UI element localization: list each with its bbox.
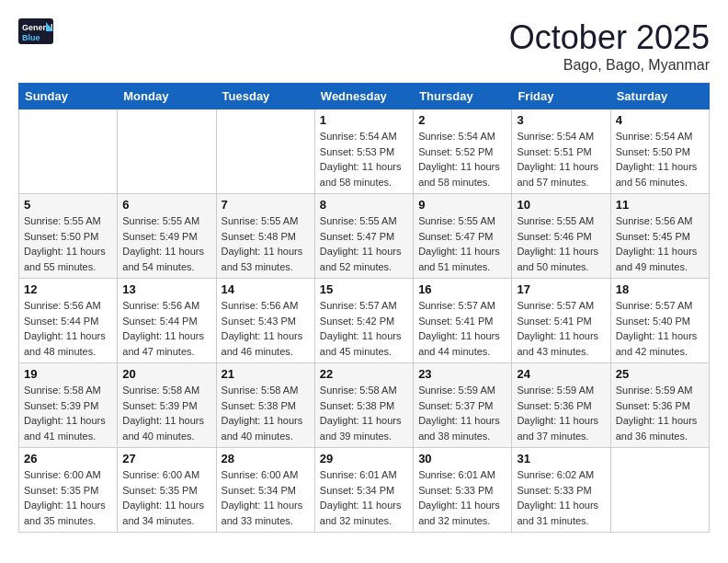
day-info: Sunrise: 5:55 AM Sunset: 5:48 PM Dayligh… <box>222 213 310 274</box>
calendar-cell: 2Sunrise: 5:54 AM Sunset: 5:52 PM Daylig… <box>414 109 512 194</box>
day-number: 23 <box>418 367 506 381</box>
calendar-week-2: 12Sunrise: 5:56 AM Sunset: 5:44 PM Dayli… <box>19 279 710 363</box>
header-wednesday: Wednesday <box>314 84 413 109</box>
day-number: 5 <box>24 198 112 212</box>
day-number: 19 <box>24 367 112 381</box>
day-info: Sunrise: 6:00 AM Sunset: 5:35 PM Dayligh… <box>24 467 112 528</box>
day-number: 24 <box>517 367 605 381</box>
day-info: Sunrise: 5:58 AM Sunset: 5:39 PM Dayligh… <box>122 383 210 443</box>
calendar-cell: 9Sunrise: 5:55 AM Sunset: 5:47 PM Daylig… <box>414 194 512 279</box>
calendar-cell: 1Sunrise: 5:54 AM Sunset: 5:53 PM Daylig… <box>314 109 413 194</box>
logo-icon: General Blue <box>18 18 55 46</box>
day-number: 29 <box>320 452 408 465</box>
calendar-cell: 7Sunrise: 5:55 AM Sunset: 5:48 PM Daylig… <box>216 194 314 279</box>
day-info: Sunrise: 5:57 AM Sunset: 5:41 PM Dayligh… <box>418 298 506 359</box>
calendar-cell: 3Sunrise: 5:54 AM Sunset: 5:51 PM Daylig… <box>512 109 610 194</box>
day-info: Sunrise: 5:54 AM Sunset: 5:52 PM Dayligh… <box>418 129 506 190</box>
day-number: 10 <box>517 198 605 212</box>
day-number: 26 <box>24 452 112 465</box>
day-number: 4 <box>616 113 704 127</box>
day-info: Sunrise: 6:00 AM Sunset: 5:35 PM Dayligh… <box>122 467 210 528</box>
day-number: 13 <box>122 282 210 296</box>
calendar-table: SundayMondayTuesdayWednesdayThursdayFrid… <box>18 83 710 533</box>
calendar-cell: 11Sunrise: 5:56 AM Sunset: 5:45 PM Dayli… <box>610 194 709 279</box>
day-info: Sunrise: 5:58 AM Sunset: 5:38 PM Dayligh… <box>320 383 408 443</box>
day-number: 31 <box>517 452 605 465</box>
day-info: Sunrise: 5:55 AM Sunset: 5:47 PM Dayligh… <box>418 213 506 274</box>
day-info: Sunrise: 5:59 AM Sunset: 5:36 PM Dayligh… <box>616 383 704 443</box>
calendar-cell: 20Sunrise: 5:58 AM Sunset: 5:39 PM Dayli… <box>118 363 216 448</box>
title-block: October 2025 Bago, Bago, Myanmar <box>509 18 710 74</box>
day-number: 6 <box>122 198 210 212</box>
day-info: Sunrise: 5:57 AM Sunset: 5:40 PM Dayligh… <box>616 298 704 359</box>
day-info: Sunrise: 5:59 AM Sunset: 5:37 PM Dayligh… <box>418 383 506 443</box>
svg-text:Blue: Blue <box>22 33 40 42</box>
day-number: 1 <box>320 113 408 127</box>
day-info: Sunrise: 5:56 AM Sunset: 5:43 PM Dayligh… <box>222 298 310 359</box>
day-number: 3 <box>517 113 605 127</box>
page-header: General Blue October 2025 Bago, Bago, My… <box>18 18 710 74</box>
calendar-cell: 4Sunrise: 5:54 AM Sunset: 5:50 PM Daylig… <box>610 109 709 194</box>
day-info: Sunrise: 5:54 AM Sunset: 5:51 PM Dayligh… <box>517 129 605 190</box>
calendar-cell: 12Sunrise: 5:56 AM Sunset: 5:44 PM Dayli… <box>19 279 118 363</box>
day-info: Sunrise: 5:55 AM Sunset: 5:50 PM Dayligh… <box>24 213 112 274</box>
day-number: 28 <box>222 452 310 465</box>
day-number: 8 <box>320 198 408 212</box>
calendar-cell: 27Sunrise: 6:00 AM Sunset: 5:35 PM Dayli… <box>118 448 216 533</box>
calendar-week-0: 1Sunrise: 5:54 AM Sunset: 5:53 PM Daylig… <box>19 109 710 194</box>
calendar-cell: 26Sunrise: 6:00 AM Sunset: 5:35 PM Dayli… <box>19 448 118 533</box>
header-tuesday: Tuesday <box>216 84 314 109</box>
calendar-cell: 14Sunrise: 5:56 AM Sunset: 5:43 PM Dayli… <box>216 279 314 363</box>
calendar-cell: 10Sunrise: 5:55 AM Sunset: 5:46 PM Dayli… <box>512 194 610 279</box>
calendar-cell: 19Sunrise: 5:58 AM Sunset: 5:39 PM Dayli… <box>19 363 118 448</box>
day-info: Sunrise: 6:01 AM Sunset: 5:34 PM Dayligh… <box>320 467 408 528</box>
calendar-cell: 15Sunrise: 5:57 AM Sunset: 5:42 PM Dayli… <box>314 279 413 363</box>
day-number: 18 <box>616 282 704 296</box>
day-number: 27 <box>122 452 210 465</box>
day-info: Sunrise: 6:01 AM Sunset: 5:33 PM Dayligh… <box>418 467 506 528</box>
calendar-cell: 8Sunrise: 5:55 AM Sunset: 5:47 PM Daylig… <box>314 194 413 279</box>
day-number: 9 <box>418 198 506 212</box>
calendar-header-row: SundayMondayTuesdayWednesdayThursdayFrid… <box>19 84 710 109</box>
calendar-cell: 31Sunrise: 6:02 AM Sunset: 5:33 PM Dayli… <box>512 448 610 533</box>
calendar-cell: 30Sunrise: 6:01 AM Sunset: 5:33 PM Dayli… <box>414 448 512 533</box>
calendar-cell: 6Sunrise: 5:55 AM Sunset: 5:49 PM Daylig… <box>118 194 216 279</box>
calendar-cell <box>19 109 118 194</box>
day-number: 22 <box>320 367 408 381</box>
calendar-cell: 13Sunrise: 5:56 AM Sunset: 5:44 PM Dayli… <box>118 279 216 363</box>
calendar-cell: 18Sunrise: 5:57 AM Sunset: 5:40 PM Dayli… <box>610 279 709 363</box>
calendar-cell: 22Sunrise: 5:58 AM Sunset: 5:38 PM Dayli… <box>314 363 413 448</box>
calendar-week-1: 5Sunrise: 5:55 AM Sunset: 5:50 PM Daylig… <box>19 194 710 279</box>
calendar-cell: 16Sunrise: 5:57 AM Sunset: 5:41 PM Dayli… <box>414 279 512 363</box>
calendar-cell: 25Sunrise: 5:59 AM Sunset: 5:36 PM Dayli… <box>610 363 709 448</box>
calendar-cell: 17Sunrise: 5:57 AM Sunset: 5:41 PM Dayli… <box>512 279 610 363</box>
day-number: 30 <box>418 452 506 465</box>
day-info: Sunrise: 5:57 AM Sunset: 5:41 PM Dayligh… <box>517 298 605 359</box>
day-number: 17 <box>517 282 605 296</box>
day-number: 2 <box>418 113 506 127</box>
day-info: Sunrise: 5:58 AM Sunset: 5:39 PM Dayligh… <box>24 383 112 443</box>
day-number: 16 <box>418 282 506 296</box>
calendar-cell: 21Sunrise: 5:58 AM Sunset: 5:38 PM Dayli… <box>216 363 314 448</box>
day-info: Sunrise: 5:55 AM Sunset: 5:47 PM Dayligh… <box>320 213 408 274</box>
day-info: Sunrise: 5:58 AM Sunset: 5:38 PM Dayligh… <box>222 383 310 443</box>
calendar-cell: 24Sunrise: 5:59 AM Sunset: 5:36 PM Dayli… <box>512 363 610 448</box>
day-number: 25 <box>616 367 704 381</box>
day-info: Sunrise: 6:02 AM Sunset: 5:33 PM Dayligh… <box>517 467 605 528</box>
calendar-cell <box>118 109 216 194</box>
day-info: Sunrise: 5:54 AM Sunset: 5:53 PM Dayligh… <box>320 129 408 190</box>
header-monday: Monday <box>118 84 216 109</box>
calendar-cell: 5Sunrise: 5:55 AM Sunset: 5:50 PM Daylig… <box>19 194 118 279</box>
logo: General Blue <box>18 18 59 46</box>
calendar-cell <box>216 109 314 194</box>
calendar-week-3: 19Sunrise: 5:58 AM Sunset: 5:39 PM Dayli… <box>19 363 710 448</box>
calendar-cell <box>610 448 709 533</box>
day-info: Sunrise: 5:54 AM Sunset: 5:50 PM Dayligh… <box>616 129 704 190</box>
day-info: Sunrise: 5:59 AM Sunset: 5:36 PM Dayligh… <box>517 383 605 443</box>
day-info: Sunrise: 5:57 AM Sunset: 5:42 PM Dayligh… <box>320 298 408 359</box>
calendar-body: 1Sunrise: 5:54 AM Sunset: 5:53 PM Daylig… <box>19 109 710 533</box>
month-title: October 2025 <box>509 18 710 57</box>
day-info: Sunrise: 5:55 AM Sunset: 5:46 PM Dayligh… <box>517 213 605 274</box>
location-subtitle: Bago, Bago, Myanmar <box>509 57 710 74</box>
day-info: Sunrise: 5:56 AM Sunset: 5:44 PM Dayligh… <box>24 298 112 359</box>
